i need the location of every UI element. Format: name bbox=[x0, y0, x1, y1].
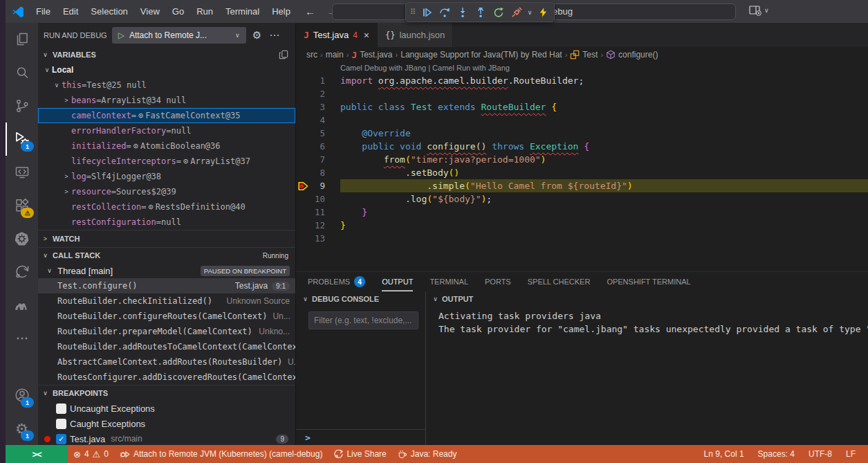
line-number[interactable]: 5 bbox=[296, 127, 325, 140]
activity-camel[interactable] bbox=[6, 289, 38, 322]
breadcrumb-item[interactable]: JTest.java bbox=[351, 50, 392, 60]
line-number[interactable]: 7 bbox=[296, 153, 325, 166]
activity-explorer[interactable] bbox=[6, 23, 38, 56]
code-line[interactable]: 3public class Test extends RouteBuilder … bbox=[296, 100, 868, 114]
activity-kubernetes[interactable] bbox=[6, 222, 38, 255]
stack-frame[interactable]: RouteBuilder.addRoutesToCamelContext(Cam… bbox=[38, 339, 295, 354]
expand-icon[interactable]: ∨ bbox=[52, 82, 62, 89]
stack-frame[interactable]: RouteBuilder.configureRoutes(CamelContex… bbox=[38, 309, 295, 324]
stack-frame[interactable]: AbstractCamelContext.addRoutes(RoutesBui… bbox=[38, 354, 295, 370]
activity-more[interactable] bbox=[6, 322, 38, 355]
line-number[interactable]: 12 bbox=[296, 219, 325, 232]
debug-toolbar-drag-grip-icon[interactable]: ⠿ bbox=[408, 8, 418, 17]
code-line[interactable]: 11 } bbox=[296, 206, 868, 219]
menu-help[interactable]: Help bbox=[266, 4, 297, 19]
stack-frame[interactable]: Test.configure()Test.java9:1 bbox=[38, 278, 295, 293]
variables-section-header[interactable]: ∨ VARIABLES bbox=[38, 47, 295, 62]
tab-launch-json[interactable]: {} launch.json bbox=[378, 23, 453, 47]
breadcrumb-item[interactable]: src bbox=[306, 50, 317, 60]
variable-row[interactable]: restCollection = ⊙RestsDefinition@40 bbox=[38, 199, 295, 215]
stack-frame[interactable]: RouteBuilder.checkInitialized()Unknown S… bbox=[38, 293, 295, 309]
code-text[interactable]: .simple("Hello Camel from ${routeId}") bbox=[340, 179, 868, 192]
expand-icon[interactable]: > bbox=[62, 97, 71, 104]
encoding[interactable]: UTF-8 bbox=[802, 449, 839, 459]
breadcrumb-item[interactable]: Test bbox=[570, 50, 598, 60]
line-number[interactable]: 6 bbox=[296, 140, 325, 153]
line-number[interactable]: 4 bbox=[296, 114, 325, 127]
variable-row[interactable]: lifecycleInterceptors = ⊙ArrayList@37 bbox=[38, 154, 295, 169]
line-number[interactable]: 2 bbox=[296, 87, 325, 100]
menu-run[interactable]: Run bbox=[190, 4, 219, 19]
code-text[interactable]: .log("${body}"); bbox=[340, 192, 868, 206]
checkbox[interactable] bbox=[56, 403, 66, 414]
close-icon[interactable]: × bbox=[364, 30, 369, 41]
variable-row[interactable]: initialized = ⊙AtomicBoolean@36 bbox=[38, 138, 295, 154]
variable-row[interactable]: errorHandlerFactory = null bbox=[38, 123, 295, 138]
code-line[interactable]: 7 from("timer:java?period=1000") bbox=[296, 153, 868, 166]
eye-icon[interactable]: ⊙ bbox=[133, 141, 138, 151]
code-line[interactable]: 1import org.apache.camel.builder.RouteBu… bbox=[296, 74, 868, 87]
debug-session-status[interactable]: Attach to Remote JVM (Kubernetes) (camel… bbox=[114, 445, 328, 463]
menu-go[interactable]: Go bbox=[166, 4, 190, 19]
code-text[interactable] bbox=[340, 87, 868, 100]
code-text[interactable] bbox=[340, 232, 868, 245]
variable-row[interactable]: >log = Slf4jLogger@38 bbox=[38, 169, 295, 184]
panel-tab-spell-checker[interactable]: SPELL CHECKER bbox=[528, 272, 591, 291]
code-text[interactable] bbox=[340, 114, 868, 127]
indentation[interactable]: Spaces: 4 bbox=[751, 449, 802, 459]
activity-run-debug[interactable]: 1 bbox=[6, 122, 38, 156]
activity-settings[interactable]: ⚙1 bbox=[6, 412, 38, 445]
checkbox[interactable]: ✓ bbox=[56, 434, 66, 444]
cursor-position[interactable]: Ln 9, Col 1 bbox=[697, 449, 751, 459]
call-stack-section-header[interactable]: ∨ CALL STACK Running bbox=[38, 247, 295, 263]
variable-row[interactable]: >resource = Sources$2@39 bbox=[38, 184, 295, 199]
code-text[interactable]: public class Test extends RouteBuilder { bbox=[340, 100, 868, 114]
menu-terminal[interactable]: Terminal bbox=[219, 4, 266, 19]
activity-account[interactable]: 1 bbox=[6, 379, 38, 412]
disconnect-button[interactable] bbox=[508, 4, 526, 21]
step-out-button[interactable] bbox=[472, 4, 490, 21]
menu-view[interactable]: View bbox=[134, 4, 166, 19]
eye-icon[interactable]: ⊙ bbox=[138, 111, 143, 120]
line-number[interactable]: 10 bbox=[296, 192, 325, 206]
code-line[interactable]: 10 .log("${body}"); bbox=[296, 192, 868, 206]
activity-live-share[interactable] bbox=[6, 255, 38, 289]
breadcrumb-item[interactable]: Language Support for Java(TM) by Red Hat bbox=[400, 50, 562, 60]
breadcrumb-item[interactable]: main bbox=[326, 50, 344, 60]
code-line[interactable]: 12} bbox=[296, 219, 868, 232]
code-line[interactable]: 2 bbox=[296, 87, 868, 100]
stack-frame[interactable]: RouteBuilder.prepareModel(CamelContext)U… bbox=[38, 324, 295, 339]
code-text[interactable]: from("timer:java?period=1000") bbox=[340, 153, 868, 166]
code-line[interactable]: 13 bbox=[296, 232, 868, 245]
code-text[interactable]: public void configure() throws Exception… bbox=[340, 140, 868, 153]
step-into-button[interactable] bbox=[454, 4, 472, 21]
restart-button[interactable] bbox=[490, 4, 508, 21]
code-text[interactable]: } bbox=[340, 206, 868, 219]
code-text[interactable]: import org.apache.camel.builder.RouteBui… bbox=[340, 74, 868, 87]
problems-status[interactable]: ⊗ 4 ⚠ 0 bbox=[68, 445, 114, 463]
panel-tab-problems[interactable]: PROBLEMS4 bbox=[308, 272, 365, 291]
debug-console-filter-input[interactable] bbox=[308, 311, 418, 329]
output-log[interactable]: Activating task providers javaThe task p… bbox=[426, 307, 868, 336]
activity-remote-explorer[interactable] bbox=[6, 156, 38, 189]
code-line[interactable]: 4 bbox=[296, 114, 868, 127]
code-text[interactable]: } bbox=[340, 219, 868, 232]
variable-row[interactable]: camelContext = ⊙FastCamelContext@35 bbox=[38, 108, 295, 123]
line-number[interactable]: 3 bbox=[296, 100, 325, 114]
hot-code-replace-button[interactable] bbox=[534, 4, 552, 21]
activity-source-control[interactable] bbox=[6, 89, 38, 122]
line-number[interactable]: 11 bbox=[296, 206, 325, 219]
code-text[interactable]: .setBody() bbox=[340, 166, 868, 179]
tab-test-java[interactable]: J Test.java 4 × bbox=[296, 23, 378, 47]
variable-row[interactable]: ∨this = Test@25 null bbox=[38, 78, 295, 93]
views-more-actions-icon[interactable]: ⋯ bbox=[268, 29, 281, 42]
collapse-all-icon[interactable] bbox=[279, 50, 288, 60]
code-editor[interactable]: Camel Debug with JBang | Camel Run with … bbox=[296, 62, 868, 271]
expand-icon[interactable]: > bbox=[62, 188, 71, 195]
go-back-icon[interactable]: ← bbox=[299, 6, 321, 17]
panel-tab-openshift-terminal[interactable]: OPENSHIFT TERMINAL bbox=[607, 272, 690, 291]
code-line[interactable]: 5 @Override bbox=[296, 127, 868, 140]
expand-icon[interactable]: ∨ bbox=[42, 66, 52, 73]
line-number[interactable]: 13 bbox=[296, 232, 325, 245]
watch-section-header[interactable]: > WATCH bbox=[38, 230, 295, 247]
